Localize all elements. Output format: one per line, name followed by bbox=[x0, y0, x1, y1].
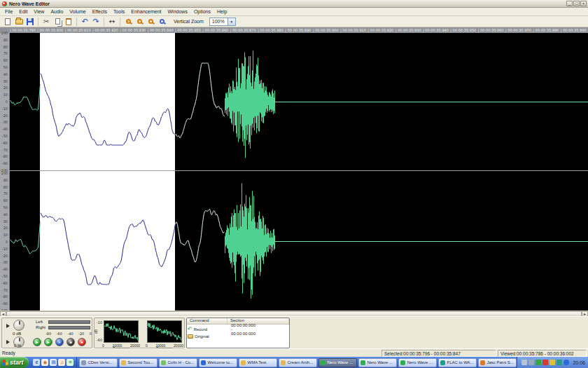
time-ruler[interactable]: | 00:00:35:790| 00:00:35:800| 00:00:35:8… bbox=[0, 27, 588, 33]
scale-label: -50 bbox=[2, 135, 8, 138]
winamp-icon[interactable]: ♫ bbox=[58, 359, 65, 366]
taskbar-button[interactable]: Second Tou... bbox=[119, 358, 158, 367]
record-button[interactable]: ● bbox=[78, 338, 86, 346]
meter-scale-tick: -60 bbox=[57, 332, 62, 336]
undo-icon[interactable]: ↶ bbox=[80, 17, 90, 26]
menu-windows[interactable]: Windows bbox=[164, 8, 190, 15]
scale-label: -90 bbox=[2, 302, 8, 306]
zoom-out-icon[interactable]: − bbox=[134, 17, 144, 26]
taskbar-button[interactable]: Jasc Paint S... bbox=[478, 358, 517, 367]
vertical-zoom-dropdown[interactable]: 100% ▼ bbox=[209, 18, 236, 26]
fast-forward-button[interactable]: » bbox=[55, 338, 64, 346]
vertical-zoom-value: 100% bbox=[212, 19, 225, 24]
ruler-label: | 00:00:35:880 bbox=[258, 28, 284, 32]
scale-label: 10 bbox=[4, 93, 8, 97]
menu-file[interactable]: File bbox=[2, 8, 15, 15]
tray-network-icon[interactable] bbox=[556, 360, 562, 365]
scale-label: 10 bbox=[4, 233, 8, 237]
taskbar-clock[interactable]: 20:06 bbox=[573, 360, 585, 365]
cut-icon[interactable]: ✂ bbox=[41, 17, 51, 26]
tray-update-icon[interactable] bbox=[536, 360, 541, 365]
zoom-selection-icon[interactable] bbox=[146, 17, 155, 26]
task-icon-cdex bbox=[81, 360, 86, 365]
scale-label: -60 bbox=[2, 282, 8, 285]
taskbar-button-label: Cream Anth... bbox=[287, 360, 313, 364]
internet-explorer-icon[interactable]: e bbox=[33, 359, 40, 366]
taskbar-button[interactable]: CDex Versi... bbox=[79, 358, 118, 367]
ruler-label: | 00:00:35:940 bbox=[423, 28, 449, 32]
menu-bar: FileEditViewAudioVolumeEffectsToolsEnhan… bbox=[0, 8, 588, 16]
volume-knob[interactable] bbox=[13, 320, 24, 331]
fit-selection-icon[interactable]: ↔ bbox=[107, 17, 117, 26]
scale-label: 60 bbox=[4, 199, 8, 203]
tray-info-icon[interactable] bbox=[564, 360, 569, 365]
play-button[interactable]: ▶ bbox=[33, 338, 41, 346]
menu-enhancement[interactable]: Enhancement bbox=[128, 8, 164, 15]
menu-volume[interactable]: Volume bbox=[66, 8, 88, 15]
scale-label: 30 bbox=[4, 80, 8, 83]
media-player-icon[interactable]: ◉ bbox=[41, 359, 48, 366]
command-column-header[interactable]: Command bbox=[187, 318, 227, 324]
title-bar: Nero Wave Editor _ □ × bbox=[0, 0, 588, 8]
ruler-label: | 00:00:35:850 bbox=[175, 28, 201, 32]
menu-view[interactable]: View bbox=[31, 8, 47, 15]
windows-logo-icon bbox=[3, 360, 8, 366]
taskbar-button[interactable]: Nero Wave ... bbox=[318, 358, 357, 367]
tray-display2-icon[interactable] bbox=[528, 360, 534, 365]
meter-scale-tick: -40 bbox=[67, 332, 73, 336]
zoom-in-icon[interactable]: + bbox=[123, 17, 133, 26]
zoom-document-icon[interactable] bbox=[157, 17, 167, 26]
scale-label: -40 bbox=[2, 128, 8, 131]
vertical-zoom-label: Vertical Zoom bbox=[174, 19, 204, 24]
start-button[interactable]: start bbox=[0, 357, 29, 368]
taskbar-button[interactable]: Welcome to... bbox=[199, 358, 237, 367]
menu-audio[interactable]: Audio bbox=[48, 8, 66, 15]
redo-icon[interactable]: ↷ bbox=[91, 17, 101, 26]
new-icon[interactable] bbox=[3, 17, 13, 26]
spectrum-ybottom-label: -60 bbox=[97, 338, 102, 342]
taskbar-button-label: Nero Wave ... bbox=[367, 360, 392, 364]
scale-label: 70 bbox=[4, 52, 8, 55]
task-icon-nero bbox=[400, 360, 405, 365]
menu-effects[interactable]: Effects bbox=[90, 8, 110, 15]
tray-volume-icon[interactable] bbox=[550, 360, 555, 365]
copy-icon[interactable] bbox=[52, 17, 62, 26]
taskbar-button[interactable]: WMA Test bbox=[239, 358, 277, 367]
paste-icon[interactable] bbox=[64, 17, 74, 26]
taskbar-button[interactable]: Cream Anth... bbox=[279, 358, 317, 367]
menu-options[interactable]: Options bbox=[191, 8, 214, 15]
command-history-panel: Command Section ↶Record00:00:00:000 - 00… bbox=[186, 318, 290, 348]
close-button[interactable]: × bbox=[580, 1, 587, 6]
scale-label: 100 bbox=[1, 32, 8, 35]
ruler-label: | 00:00:35:920 bbox=[368, 28, 393, 32]
app-icon bbox=[2, 1, 7, 6]
ruler-label: | 00:00:35:810 bbox=[65, 28, 91, 32]
scale-label: -80 bbox=[2, 295, 8, 299]
task-icon-paint bbox=[480, 360, 485, 365]
play-all-button[interactable]: ▶ bbox=[44, 338, 52, 346]
menu-tools[interactable]: Tools bbox=[111, 8, 127, 15]
taskbar-button[interactable]: FLAC to WA... bbox=[438, 358, 477, 367]
msn-icon[interactable]: ✳ bbox=[66, 359, 74, 366]
menu-edit[interactable]: Edit bbox=[16, 8, 30, 15]
command-row[interactable]: Original bbox=[188, 333, 209, 340]
ruler-label: | 00:00:35:790 bbox=[10, 28, 36, 32]
tray-display-icon[interactable] bbox=[522, 360, 527, 365]
scale-label: -30 bbox=[2, 261, 8, 264]
save-icon[interactable] bbox=[25, 17, 35, 26]
taskbar-button[interactable]: Colin H - Co... bbox=[159, 358, 197, 367]
open-icon[interactable] bbox=[14, 17, 24, 26]
chevron-down-icon[interactable]: ▼ bbox=[227, 18, 235, 25]
command-row[interactable]: ↶Record00:00:00:000 - 00:00:00:000 bbox=[188, 326, 207, 333]
horizontal-scrollbar[interactable]: ◄ ► bbox=[0, 311, 588, 316]
show-desktop-icon[interactable]: ▤ bbox=[50, 359, 57, 366]
minimize-button[interactable]: _ bbox=[566, 1, 573, 6]
taskbar-button[interactable]: Nero Wave ... bbox=[398, 358, 437, 367]
taskbar-button[interactable]: Nero Wave ... bbox=[358, 358, 397, 367]
stop-button[interactable]: ■ bbox=[66, 338, 75, 346]
waveform-canvas[interactable] bbox=[10, 33, 588, 311]
menu-help[interactable]: Help bbox=[214, 8, 230, 15]
maximize-button[interactable]: □ bbox=[573, 1, 580, 6]
status-ready: Ready bbox=[2, 350, 15, 355]
tray-antivirus-icon[interactable] bbox=[542, 360, 548, 365]
